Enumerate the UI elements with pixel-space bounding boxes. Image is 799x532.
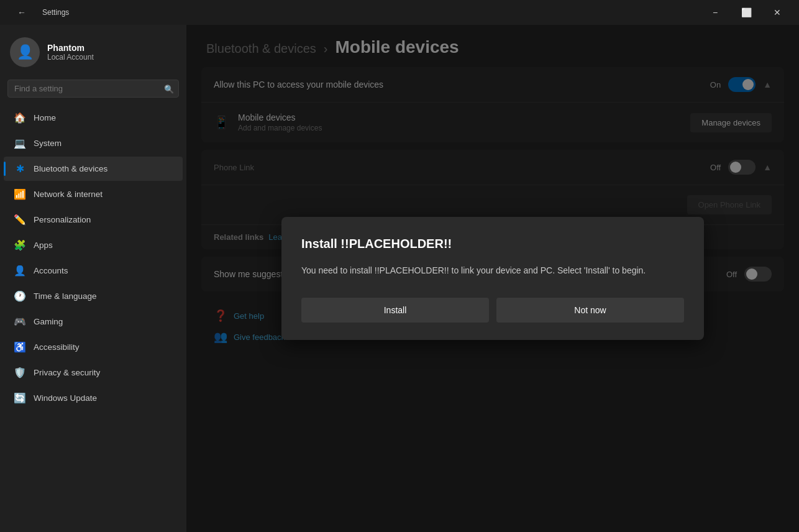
dialog-overlay: Install !!PLACEHOLDER!! You need to inst…	[186, 25, 799, 532]
nav-home[interactable]: 🏠 Home	[4, 106, 183, 130]
sidebar: 👤 Phantom Local Account 🔍 🏠 Home 💻 Syste…	[0, 25, 186, 532]
titlebar-left: ← Settings	[7, 2, 69, 22]
dialog-body: You need to install !!PLACEHOLDER!! to l…	[301, 264, 684, 277]
windows-update-icon: 🔄	[14, 392, 26, 404]
accessibility-icon: ♿	[14, 341, 26, 353]
personalization-icon: ✏️	[14, 214, 26, 226]
titlebar: ← Settings − ⬜ ✕	[0, 0, 799, 25]
system-icon: 💻	[14, 137, 26, 149]
apps-icon: 🧩	[14, 239, 26, 251]
minimize-button[interactable]: −	[701, 2, 729, 22]
nav-system-label: System	[34, 139, 62, 148]
user-account-type: Local Account	[47, 53, 94, 62]
nav-windows-update[interactable]: 🔄 Windows Update	[4, 386, 183, 410]
time-icon: 🕐	[14, 290, 26, 302]
nav-network[interactable]: 📶 Network & internet	[4, 182, 183, 206]
nav-gaming[interactable]: 🎮 Gaming	[4, 310, 183, 334]
nav-bluetooth-label: Bluetooth & devices	[34, 164, 107, 173]
accounts-icon: 👤	[14, 265, 26, 277]
nav-system[interactable]: 💻 System	[4, 131, 183, 155]
titlebar-title: Settings	[42, 8, 69, 17]
search-box[interactable]: 🔍	[7, 80, 179, 98]
avatar: 👤	[10, 37, 40, 67]
nav-network-label: Network & internet	[34, 190, 103, 199]
close-button[interactable]: ✕	[763, 2, 792, 22]
nav-personalization-label: Personalization	[34, 215, 91, 224]
nav-home-label: Home	[34, 113, 56, 122]
main-content: Bluetooth & devices › Mobile devices All…	[186, 25, 799, 532]
nav-personalization[interactable]: ✏️ Personalization	[4, 208, 183, 232]
nav-apps-label: Apps	[34, 241, 53, 250]
back-button[interactable]: ←	[7, 2, 36, 22]
nav-time-label: Time & language	[34, 291, 97, 301]
nav-gaming-label: Gaming	[34, 317, 63, 326]
user-info: Phantom Local Account	[47, 43, 94, 62]
gaming-icon: 🎮	[14, 316, 26, 328]
nav-accessibility[interactable]: ♿ Accessibility	[4, 335, 183, 359]
search-input[interactable]	[7, 80, 179, 98]
nav-privacy-label: Privacy & security	[34, 368, 100, 377]
maximize-button[interactable]: ⬜	[732, 2, 760, 22]
dialog-title: Install !!PLACEHOLDER!!	[301, 237, 684, 251]
titlebar-controls: − ⬜ ✕	[701, 2, 792, 22]
user-name: Phantom	[47, 43, 94, 53]
nav-accounts[interactable]: 👤 Accounts	[4, 259, 183, 283]
nav-privacy[interactable]: 🛡️ Privacy & security	[4, 360, 183, 385]
dialog-buttons: Install Not now	[301, 298, 684, 323]
install-button[interactable]: Install	[301, 298, 489, 323]
install-dialog: Install !!PLACEHOLDER!! You need to inst…	[281, 217, 704, 339]
home-icon: 🏠	[14, 112, 26, 124]
app-container: 👤 Phantom Local Account 🔍 🏠 Home 💻 Syste…	[0, 25, 799, 532]
network-icon: 📶	[14, 188, 26, 200]
nav-bluetooth[interactable]: ✱ Bluetooth & devices	[4, 157, 183, 181]
user-profile[interactable]: 👤 Phantom Local Account	[0, 25, 186, 77]
not-now-button[interactable]: Not now	[496, 298, 684, 323]
nav-windows-update-label: Windows Update	[34, 393, 97, 403]
nav-accounts-label: Accounts	[34, 266, 68, 275]
nav-time[interactable]: 🕐 Time & language	[4, 284, 183, 308]
nav-accessibility-label: Accessibility	[34, 342, 80, 352]
privacy-icon: 🛡️	[14, 367, 26, 378]
bluetooth-icon: ✱	[14, 163, 26, 175]
search-icon: 🔍	[164, 84, 174, 93]
nav-apps[interactable]: 🧩 Apps	[4, 233, 183, 257]
